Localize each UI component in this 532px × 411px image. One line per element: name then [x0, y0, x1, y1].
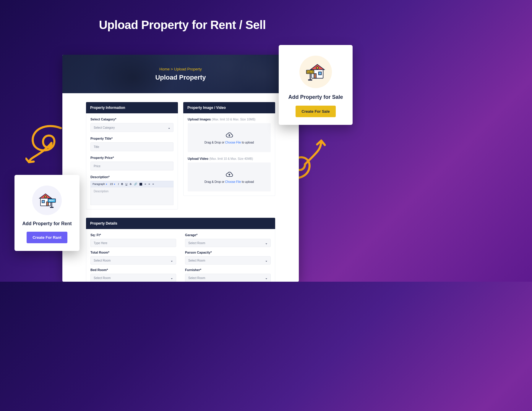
create-for-sale-button[interactable]: Create For Sale [296, 106, 335, 117]
editor-color-icon[interactable] [140, 183, 142, 186]
editor-align-left-icon[interactable]: ≡ [145, 183, 146, 186]
svg-rect-4 [314, 74, 316, 78]
category-select-value: Select Category [94, 126, 115, 129]
rent-icon-wrap: RENT [32, 186, 62, 215]
sqft-input[interactable]: Type Here [90, 239, 176, 247]
svg-point-11 [45, 196, 47, 198]
capacity-select[interactable]: Select Room⌄ [185, 256, 271, 265]
furnisher-label: Furnisher* [185, 268, 271, 272]
panel-property-information: Property Information Select Catagory* Se… [86, 102, 178, 209]
total-room-label: Total Room* [90, 251, 176, 254]
cloud-upload-icon [226, 171, 233, 178]
price-placeholder: Price [94, 165, 100, 168]
description-label: Description* [90, 175, 173, 179]
hero: Home > Upload Property Upload Property [62, 55, 299, 93]
editor-italic-icon[interactable]: I [118, 183, 119, 186]
chevron-down-icon: ⌄ [265, 276, 267, 280]
panel-head-info: Property Information [86, 102, 178, 113]
house-rent-icon: RENT [37, 190, 57, 210]
category-select[interactable]: Select Category ⌄ [90, 123, 173, 132]
title-label: Property Title* [90, 137, 173, 140]
choose-file-link[interactable]: Choose File [225, 180, 241, 183]
chevron-down-icon: ⌄ [265, 241, 267, 245]
editor-toolbar[interactable]: Paragraph ▼ 23 ▼ I B S 🔗 ≡ ≡ ≡ [90, 181, 173, 187]
price-input[interactable]: Price [90, 162, 173, 170]
panel-property-details: Property Details Sq: Ft* Type Here Total… [86, 218, 275, 282]
sale-icon-wrap: SALE [299, 56, 332, 88]
chevron-down-icon: ⌄ [171, 276, 173, 280]
title-input[interactable]: Title [90, 142, 173, 151]
editor-underline-icon[interactable] [125, 183, 127, 186]
svg-text:RENT: RENT [49, 199, 55, 202]
hero-title: Upload Property [155, 74, 206, 81]
svg-rect-17 [50, 207, 53, 208]
category-label: Select Catagory* [90, 117, 173, 121]
card-sale-title: Add Property for Sale [288, 94, 343, 100]
upload-images-label: Upload Images (Max. limit 10 & Max. Size… [188, 117, 271, 121]
card-add-property-rent: RENT Add Property for Rent Create For Ra… [14, 175, 80, 251]
card-rent-title: Add Property for Rent [22, 221, 72, 226]
panel-property-media: Property Image / Video Upload Images (Ma… [183, 102, 275, 209]
editor-strike-icon[interactable]: S [130, 183, 132, 186]
panel-head-media: Property Image / Video [183, 102, 275, 113]
sqft-label: Sq: Ft* [90, 233, 176, 237]
title-placeholder: Title [94, 145, 99, 149]
svg-text:SALE: SALE [307, 71, 313, 73]
chevron-down-icon: ⌄ [171, 259, 173, 262]
price-label: Property Price* [90, 156, 173, 159]
capacity-label: Parson Capacity* [185, 251, 271, 254]
bed-room-select[interactable]: Select Room⌄ [90, 274, 176, 282]
furnisher-select[interactable]: Select Room⌄ [185, 274, 271, 282]
description-placeholder: Description [94, 190, 108, 193]
editor-fontsize-select[interactable]: 23 ▼ [110, 183, 116, 186]
svg-rect-3 [319, 72, 322, 75]
choose-file-link[interactable]: Choose File [225, 141, 241, 144]
page-title: Upload Property for Rent / Sell [99, 18, 266, 32]
garage-select[interactable]: Select Room⌄ [185, 239, 271, 247]
garage-label: Garage* [185, 233, 271, 237]
svg-point-2 [316, 67, 319, 69]
card-add-property-sale: SALE Add Property for Sale Create For Sa… [279, 45, 353, 125]
chevron-down-icon: ⌄ [168, 126, 170, 129]
images-dropzone[interactable]: Drag & Drop or Choose File to upload [188, 123, 271, 152]
bed-room-label: Bed Room* [90, 268, 176, 272]
editor-bold-icon[interactable]: B [121, 183, 123, 186]
upload-video-label: Upload Video (Max. limit 10 & Max. Size … [188, 157, 271, 160]
editor-paragraph-select[interactable]: Paragraph ▼ [93, 183, 108, 186]
editor-align-right-icon[interactable]: ≡ [152, 183, 154, 186]
video-dropzone[interactable]: Drag & Drop or Choose File to upload [188, 162, 271, 191]
chevron-down-icon: ⌄ [265, 259, 267, 262]
breadcrumb[interactable]: Home > Upload Property [159, 67, 202, 71]
app-window: Home > Upload Property Upload Property P… [62, 55, 299, 282]
svg-rect-8 [308, 79, 312, 80]
description-editor[interactable]: Description [90, 187, 173, 205]
cloud-upload-icon [226, 131, 233, 139]
editor-link-icon[interactable]: 🔗 [134, 183, 137, 186]
total-room-select[interactable]: Select Room⌄ [90, 256, 176, 265]
panel-head-details: Property Details [86, 218, 275, 229]
house-sale-icon: SALE [304, 60, 327, 83]
svg-rect-12 [42, 200, 45, 203]
editor-align-center-icon[interactable]: ≡ [148, 183, 150, 186]
create-for-rent-button[interactable]: Create For Rant [27, 232, 67, 243]
